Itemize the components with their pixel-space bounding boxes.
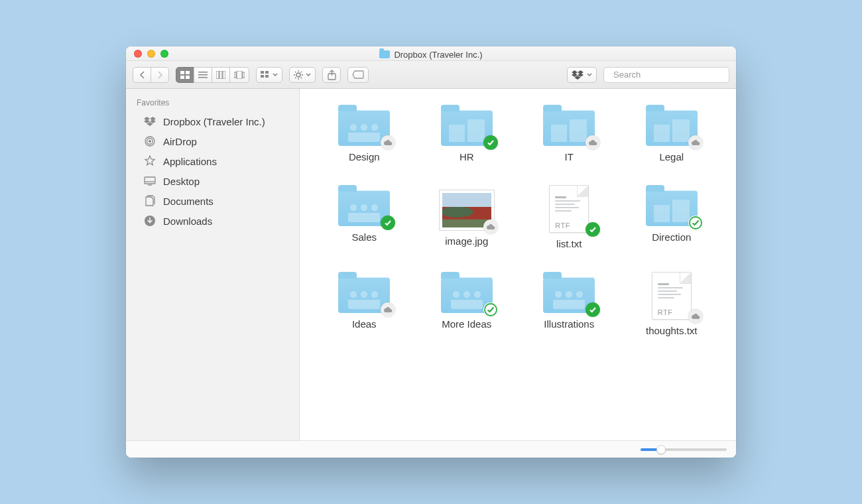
file-item[interactable]: Illustrations bbox=[523, 269, 615, 336]
file-item-label: IT bbox=[565, 151, 574, 162]
svg-line-23 bbox=[301, 77, 302, 78]
search-input[interactable] bbox=[613, 70, 725, 80]
dropbox-menu-button[interactable] bbox=[567, 67, 597, 83]
folder-thumbnail bbox=[645, 102, 699, 146]
sidebar-item-label: Applications bbox=[163, 156, 217, 167]
file-extension-label: RTF bbox=[555, 221, 570, 229]
svg-rect-2 bbox=[180, 76, 184, 79]
sidebar-item-dropbox[interactable]: Dropbox (Traveler Inc.) bbox=[126, 111, 299, 131]
file-item-label: Ideas bbox=[352, 318, 377, 330]
window-title-text: Dropbox (Traveler Inc.) bbox=[394, 50, 482, 60]
svg-rect-12 bbox=[243, 72, 245, 78]
arrange-button[interactable] bbox=[256, 67, 282, 83]
window-title: Dropbox (Traveler Inc.) bbox=[379, 50, 482, 60]
svg-rect-0 bbox=[180, 71, 184, 74]
downloads-icon bbox=[143, 214, 156, 227]
svg-rect-9 bbox=[223, 71, 225, 79]
svg-rect-5 bbox=[198, 74, 208, 76]
file-item[interactable]: Design bbox=[318, 102, 410, 162]
sidebar-item-label: AirDrop bbox=[163, 136, 197, 147]
folder-thumbnail bbox=[440, 269, 494, 313]
file-item-label: list.txt bbox=[556, 238, 582, 249]
cloud-badge-icon bbox=[585, 135, 600, 150]
sidebar: Favorites Dropbox (Traveler Inc.) AirDro… bbox=[126, 89, 300, 440]
file-item-label: HR bbox=[460, 151, 474, 162]
folder-thumbnail bbox=[337, 102, 391, 146]
file-item[interactable]: Direction bbox=[625, 182, 718, 249]
search-field[interactable] bbox=[603, 67, 729, 83]
file-item[interactable]: HR bbox=[420, 102, 513, 162]
tags-button[interactable] bbox=[347, 67, 369, 83]
synced-badge-icon bbox=[483, 135, 498, 150]
folder-thumbnail bbox=[440, 102, 494, 146]
sidebar-item-documents[interactable]: Documents bbox=[126, 191, 299, 211]
file-item[interactable]: Sales bbox=[318, 182, 410, 249]
file-item[interactable]: Ideas bbox=[318, 269, 410, 336]
finder-window: Dropbox (Traveler Inc.) bbox=[126, 46, 736, 458]
doc-thumbnail: RTF bbox=[542, 182, 596, 233]
svg-rect-7 bbox=[216, 71, 219, 79]
file-item-label: thoughts.txt bbox=[646, 325, 698, 336]
svg-rect-15 bbox=[261, 75, 264, 78]
sidebar-item-airdrop[interactable]: AirDrop bbox=[126, 131, 299, 151]
synced-outline-badge-icon bbox=[688, 216, 703, 230]
zoom-slider-knob[interactable] bbox=[656, 445, 666, 454]
svg-point-17 bbox=[296, 73, 300, 77]
action-button[interactable] bbox=[289, 67, 316, 83]
svg-line-22 bbox=[295, 72, 296, 72]
svg-rect-10 bbox=[234, 72, 236, 78]
titlebar: Dropbox (Traveler Inc.) bbox=[126, 46, 736, 61]
dropbox-folder-icon bbox=[379, 50, 390, 58]
column-view-button[interactable] bbox=[212, 67, 230, 83]
file-item-label: More Ideas bbox=[442, 318, 491, 330]
file-item[interactable]: Legal bbox=[625, 102, 718, 162]
file-item-label: image.jpg bbox=[445, 235, 488, 247]
cloud-badge-icon bbox=[688, 309, 703, 324]
file-item[interactable]: RTFthoughts.txt bbox=[625, 269, 718, 336]
folder-thumbnail bbox=[337, 269, 391, 313]
nav-buttons bbox=[133, 67, 169, 83]
svg-rect-4 bbox=[198, 72, 208, 73]
cloud-badge-icon bbox=[688, 135, 703, 150]
doc-thumbnail: RTF bbox=[645, 269, 699, 320]
sidebar-item-downloads[interactable]: Downloads bbox=[126, 211, 299, 231]
list-view-button[interactable] bbox=[194, 67, 212, 83]
svg-rect-11 bbox=[237, 71, 242, 79]
file-grid: DesignHRITLegalSalesimage.jpgRTFlist.txt… bbox=[300, 89, 736, 440]
status-bar bbox=[126, 440, 736, 458]
svg-rect-6 bbox=[198, 77, 208, 78]
sidebar-item-applications[interactable]: Applications bbox=[126, 151, 299, 171]
sidebar-header: Favorites bbox=[126, 95, 299, 111]
folder-thumbnail bbox=[542, 269, 596, 313]
document-icon: RTF bbox=[549, 185, 589, 233]
desktop-icon bbox=[143, 174, 156, 188]
file-item[interactable]: image.jpg bbox=[420, 182, 513, 249]
share-button[interactable] bbox=[322, 67, 341, 83]
traffic-lights bbox=[134, 50, 168, 58]
zoom-window-button[interactable] bbox=[160, 50, 168, 58]
forward-button[interactable] bbox=[151, 67, 169, 83]
svg-rect-16 bbox=[265, 75, 269, 78]
cloud-badge-icon bbox=[483, 220, 498, 234]
synced-badge-icon bbox=[381, 216, 395, 230]
svg-point-29 bbox=[149, 140, 151, 143]
icon-view-button[interactable] bbox=[176, 67, 194, 83]
zoom-slider[interactable] bbox=[641, 448, 727, 451]
cloud-badge-icon bbox=[381, 135, 395, 150]
file-item-label: Illustrations bbox=[544, 318, 594, 330]
file-item-label: Sales bbox=[351, 231, 377, 243]
close-window-button[interactable] bbox=[134, 50, 142, 58]
coverflow-view-button[interactable] bbox=[229, 67, 249, 83]
back-button[interactable] bbox=[133, 67, 151, 83]
file-extension-label: RTF bbox=[658, 308, 673, 316]
synced-badge-icon bbox=[585, 222, 600, 237]
sidebar-item-label: Dropbox (Traveler Inc.) bbox=[163, 116, 265, 127]
file-item[interactable]: More Ideas bbox=[420, 269, 513, 336]
file-item[interactable]: RTFlist.txt bbox=[523, 182, 615, 249]
document-icon: RTF bbox=[652, 272, 692, 320]
file-item[interactable]: IT bbox=[523, 102, 615, 162]
sidebar-item-desktop[interactable]: Desktop bbox=[126, 171, 299, 191]
svg-rect-32 bbox=[145, 177, 155, 184]
file-item-label: Direction bbox=[652, 231, 691, 243]
minimize-window-button[interactable] bbox=[147, 50, 155, 58]
